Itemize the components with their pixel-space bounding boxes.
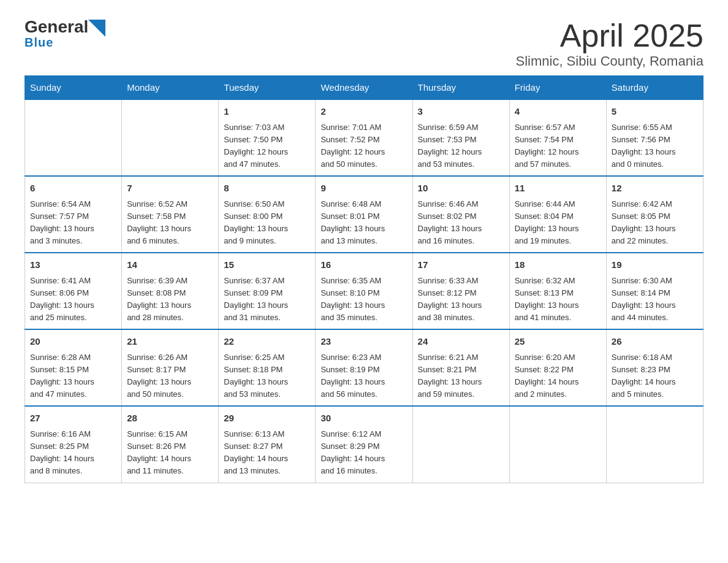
day-number: 8: [224, 182, 310, 196]
day-number: 16: [320, 258, 407, 272]
calendar-cell: [509, 406, 606, 483]
day-number: 2: [320, 105, 407, 119]
day-info: Sunrise: 6:30 AM Sunset: 8:14 PM Dayligh…: [612, 275, 698, 324]
day-number: 12: [612, 182, 698, 196]
calendar-cell: [122, 99, 219, 176]
day-info: Sunrise: 6:33 AM Sunset: 8:12 PM Dayligh…: [418, 275, 504, 324]
calendar-header-thursday: Thursday: [412, 76, 509, 100]
calendar-cell: 9Sunrise: 6:48 AM Sunset: 8:01 PM Daylig…: [316, 176, 412, 253]
day-number: 3: [418, 105, 504, 119]
day-info: Sunrise: 6:55 AM Sunset: 7:56 PM Dayligh…: [612, 121, 698, 171]
calendar-cell: 12Sunrise: 6:42 AM Sunset: 8:05 PM Dayli…: [606, 176, 703, 253]
day-info: Sunrise: 6:54 AM Sunset: 7:57 PM Dayligh…: [30, 198, 116, 248]
calendar-cell: 29Sunrise: 6:13 AM Sunset: 8:27 PM Dayli…: [219, 406, 316, 483]
day-info: Sunrise: 6:18 AM Sunset: 8:23 PM Dayligh…: [612, 351, 698, 401]
day-number: 5: [612, 105, 698, 119]
day-number: 14: [127, 258, 213, 272]
day-number: 7: [127, 182, 213, 196]
day-number: 13: [30, 258, 116, 272]
calendar-week-row: 6Sunrise: 6:54 AM Sunset: 7:57 PM Daylig…: [25, 176, 703, 253]
day-info: Sunrise: 6:59 AM Sunset: 7:53 PM Dayligh…: [418, 121, 504, 171]
day-number: 11: [515, 182, 601, 196]
day-info: Sunrise: 6:15 AM Sunset: 8:26 PM Dayligh…: [127, 428, 213, 478]
day-info: Sunrise: 6:25 AM Sunset: 8:18 PM Dayligh…: [224, 351, 310, 401]
month-title: April 2025: [516, 18, 704, 53]
calendar-cell: 14Sunrise: 6:39 AM Sunset: 8:08 PM Dayli…: [122, 253, 219, 329]
day-info: Sunrise: 6:52 AM Sunset: 7:58 PM Dayligh…: [127, 198, 213, 248]
calendar-week-row: 20Sunrise: 6:28 AM Sunset: 8:15 PM Dayli…: [25, 329, 703, 406]
day-info: Sunrise: 6:48 AM Sunset: 8:01 PM Dayligh…: [320, 198, 407, 248]
calendar-cell: 27Sunrise: 6:16 AM Sunset: 8:25 PM Dayli…: [25, 406, 122, 483]
day-number: 6: [30, 182, 116, 196]
calendar-week-row: 13Sunrise: 6:41 AM Sunset: 8:06 PM Dayli…: [25, 253, 703, 329]
calendar-cell: [25, 99, 122, 176]
day-info: Sunrise: 6:41 AM Sunset: 8:06 PM Dayligh…: [30, 275, 116, 324]
day-number: 22: [224, 335, 310, 349]
day-info: Sunrise: 6:39 AM Sunset: 8:08 PM Dayligh…: [127, 275, 213, 324]
logo-triangle-icon: [88, 20, 105, 37]
day-number: 9: [320, 182, 407, 196]
calendar-cell: 16Sunrise: 6:35 AM Sunset: 8:10 PM Dayli…: [316, 253, 412, 329]
day-info: Sunrise: 7:03 AM Sunset: 7:50 PM Dayligh…: [224, 121, 310, 171]
calendar-cell: 6Sunrise: 6:54 AM Sunset: 7:57 PM Daylig…: [25, 176, 122, 253]
calendar-cell: 5Sunrise: 6:55 AM Sunset: 7:56 PM Daylig…: [606, 99, 703, 176]
day-number: 19: [612, 258, 698, 272]
day-info: Sunrise: 6:37 AM Sunset: 8:09 PM Dayligh…: [224, 275, 310, 324]
day-number: 25: [515, 335, 601, 349]
calendar-table: SundayMondayTuesdayWednesdayThursdayFrid…: [25, 75, 703, 483]
day-number: 18: [515, 258, 601, 272]
calendar-cell: 24Sunrise: 6:21 AM Sunset: 8:21 PM Dayli…: [412, 329, 509, 406]
calendar-week-row: 27Sunrise: 6:16 AM Sunset: 8:25 PM Dayli…: [25, 406, 703, 483]
calendar-cell: 1Sunrise: 7:03 AM Sunset: 7:50 PM Daylig…: [219, 99, 316, 176]
calendar-header-row: SundayMondayTuesdayWednesdayThursdayFrid…: [25, 76, 703, 100]
calendar-cell: 25Sunrise: 6:20 AM Sunset: 8:22 PM Dayli…: [509, 329, 606, 406]
day-number: 24: [418, 335, 504, 349]
day-info: Sunrise: 7:01 AM Sunset: 7:52 PM Dayligh…: [320, 121, 407, 171]
day-number: 10: [418, 182, 504, 196]
day-info: Sunrise: 6:50 AM Sunset: 8:00 PM Dayligh…: [224, 198, 310, 248]
calendar-cell: [606, 406, 703, 483]
calendar-cell: 26Sunrise: 6:18 AM Sunset: 8:23 PM Dayli…: [606, 329, 703, 406]
calendar-week-row: 1Sunrise: 7:03 AM Sunset: 7:50 PM Daylig…: [25, 99, 703, 176]
calendar-cell: 20Sunrise: 6:28 AM Sunset: 8:15 PM Dayli…: [25, 329, 122, 406]
day-info: Sunrise: 6:20 AM Sunset: 8:22 PM Dayligh…: [515, 351, 601, 401]
calendar-cell: 17Sunrise: 6:33 AM Sunset: 8:12 PM Dayli…: [412, 253, 509, 329]
calendar-cell: 4Sunrise: 6:57 AM Sunset: 7:54 PM Daylig…: [509, 99, 606, 176]
day-number: 4: [515, 105, 601, 119]
logo: General Blue: [25, 18, 105, 50]
calendar-cell: 23Sunrise: 6:23 AM Sunset: 8:19 PM Dayli…: [316, 329, 412, 406]
svg-marker-0: [88, 20, 105, 37]
calendar-cell: 3Sunrise: 6:59 AM Sunset: 7:53 PM Daylig…: [412, 99, 509, 176]
calendar-header-sunday: Sunday: [25, 76, 122, 100]
calendar-header-saturday: Saturday: [606, 76, 703, 100]
day-number: 20: [30, 335, 116, 349]
calendar-cell: 22Sunrise: 6:25 AM Sunset: 8:18 PM Dayli…: [219, 329, 316, 406]
calendar-cell: 7Sunrise: 6:52 AM Sunset: 7:58 PM Daylig…: [122, 176, 219, 253]
day-number: 26: [612, 335, 698, 349]
calendar-header-monday: Monday: [122, 76, 219, 100]
day-info: Sunrise: 6:21 AM Sunset: 8:21 PM Dayligh…: [418, 351, 504, 401]
day-number: 29: [224, 412, 310, 426]
page-header: General Blue April 2025 Slimnic, Sibiu C…: [25, 18, 703, 69]
day-info: Sunrise: 6:46 AM Sunset: 8:02 PM Dayligh…: [418, 198, 504, 248]
day-number: 28: [127, 412, 213, 426]
day-info: Sunrise: 6:35 AM Sunset: 8:10 PM Dayligh…: [320, 275, 407, 324]
logo-general: General: [25, 18, 88, 36]
day-info: Sunrise: 6:26 AM Sunset: 8:17 PM Dayligh…: [127, 351, 213, 401]
calendar-cell: 21Sunrise: 6:26 AM Sunset: 8:17 PM Dayli…: [122, 329, 219, 406]
day-info: Sunrise: 6:12 AM Sunset: 8:29 PM Dayligh…: [320, 428, 407, 478]
day-info: Sunrise: 6:57 AM Sunset: 7:54 PM Dayligh…: [515, 121, 601, 171]
day-number: 21: [127, 335, 213, 349]
calendar-cell: 10Sunrise: 6:46 AM Sunset: 8:02 PM Dayli…: [412, 176, 509, 253]
location-title: Slimnic, Sibiu County, Romania: [516, 53, 704, 69]
calendar-cell: 11Sunrise: 6:44 AM Sunset: 8:04 PM Dayli…: [509, 176, 606, 253]
day-info: Sunrise: 6:23 AM Sunset: 8:19 PM Dayligh…: [320, 351, 407, 401]
calendar-header-tuesday: Tuesday: [219, 76, 316, 100]
calendar-header-friday: Friday: [509, 76, 606, 100]
calendar-cell: 28Sunrise: 6:15 AM Sunset: 8:26 PM Dayli…: [122, 406, 219, 483]
calendar-cell: 8Sunrise: 6:50 AM Sunset: 8:00 PM Daylig…: [219, 176, 316, 253]
day-info: Sunrise: 6:13 AM Sunset: 8:27 PM Dayligh…: [224, 428, 310, 478]
day-info: Sunrise: 6:44 AM Sunset: 8:04 PM Dayligh…: [515, 198, 601, 248]
calendar-cell: 30Sunrise: 6:12 AM Sunset: 8:29 PM Dayli…: [316, 406, 412, 483]
calendar-cell: 19Sunrise: 6:30 AM Sunset: 8:14 PM Dayli…: [606, 253, 703, 329]
